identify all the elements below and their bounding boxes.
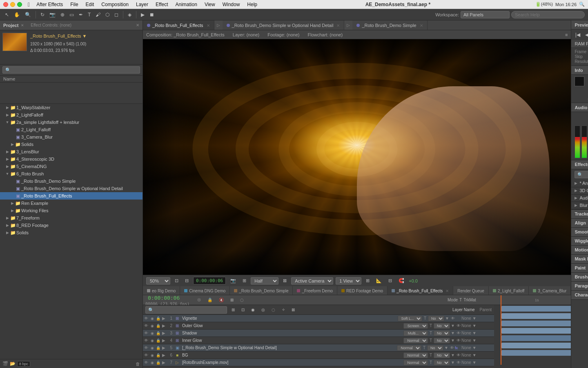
paragraph-section[interactable]: Paragraph ✕ [571,282,588,291]
layer-eye-4[interactable]: 👁 [143,338,149,343]
layer-trkmat-2[interactable]: None [434,323,450,329]
ruler-btn[interactable]: 📐 [374,277,384,284]
zoom-select[interactable]: 50%25%100% [146,277,170,285]
menu-animation[interactable]: Animation [172,1,200,8]
camera-tool[interactable]: 📷 [48,11,57,18]
tl-ctrl-btn-3[interactable]: ◉ [249,307,257,313]
menu-help[interactable]: Help [244,1,261,8]
smoother-section[interactable]: Smoother ✕ [571,228,588,237]
layer-solo-1[interactable]: ◉ [149,316,155,321]
viewer-options-icon[interactable]: ≡ [565,32,568,37]
select-tool[interactable]: ↖ [3,11,11,18]
viewer-layer-label[interactable]: Layer: (none) [233,32,259,37]
mute-btn[interactable]: 🔇 [217,297,226,303]
layer-row-1[interactable]: 👁 ◉ 🔒 ▶ 1 ⊞ Vignette Soft L... T None ▼ … [143,315,494,322]
tree-item-6[interactable]: ▶ 📁 Solids [0,141,143,148]
layer-vis-2[interactable]: 👁 [456,323,461,328]
stamp-tool[interactable]: ⬡ [104,11,111,18]
trash-icon[interactable]: 🗑 [136,361,140,366]
viewer-comp-label[interactable]: Composition: _Roto Brush_Full_Effects [146,32,225,37]
audio-section-header[interactable]: Audio ≡ [571,103,588,112]
timeline-tab-close-5[interactable]: ✕ [445,289,449,293]
layer-mode-3[interactable]: Multi... [403,330,428,336]
layer-eye-1[interactable]: 👁 [143,316,149,321]
timeline-tab-4[interactable]: RED Footage Demo [337,286,388,295]
play-btn[interactable]: ▶ [139,11,146,18]
effect-cat-blur[interactable]: ▶ Blur & Sharpen [571,202,588,209]
layer-lock-6[interactable]: 🔒 [155,353,161,357]
layer-collapse-2[interactable]: ▶ [161,323,167,328]
timeline-tab-5[interactable]: _Roto Brush_Full_Effects ✕ [388,286,453,295]
tree-item-3[interactable]: ▼ 📁 2a_simple Lightfalloff + lensblur [0,119,143,126]
layer-trkmat-1[interactable]: None [428,316,444,321]
hand-tool[interactable]: ✋ [12,11,22,18]
info-section-header[interactable]: Info ≡ [571,66,588,75]
tree-item-4[interactable]: ▣ 2_Light_Falloff [0,126,143,133]
tree-item-10[interactable]: ▼ 📁 6_Roto Brush [0,170,143,177]
effect-cat-audio[interactable]: ▶ Audio [571,195,588,202]
menu-edit[interactable]: Edit [82,1,98,8]
tl-ctrl-btn-6[interactable]: ✧ [280,307,287,313]
workspace-select[interactable]: All Panels [461,11,510,18]
layer-solo-7[interactable]: ◉ [149,361,155,365]
playhead[interactable] [501,295,501,365]
motion-sketch-section[interactable]: Motion Sketch ✕ [571,246,588,255]
zoom-tool[interactable]: 🔍 [23,11,33,18]
tree-item-7[interactable]: ▶ 📁 3_LensBlur [0,148,143,155]
comp-tab-close-3[interactable]: ✕ [420,23,423,28]
viewer-flowchart-label[interactable]: Flowchart: (none) [308,32,343,37]
layer-row-6[interactable]: 👁 ◉ 🔒 ▶ 6 ■ BG Normal T None ▼ 👁 [143,352,494,359]
layer-search-input[interactable] [145,306,227,314]
layer-row-4[interactable]: 👁 ◉ 🔒 ▶ 4 ⊞ Inner Glow Normal T None ▼ 👁 [143,337,494,344]
layer-solo-3[interactable]: ◉ [149,331,155,335]
mask-interpolation-section[interactable]: Mask Interpolation ✕ [571,255,588,264]
layer-collapse-4[interactable]: ▶ [161,338,167,343]
tree-item-9[interactable]: ▶ 📁 5_CinemaDNG [0,163,143,170]
layer-mode-4[interactable]: Normal [403,338,428,343]
tl-ctrl-btn-1[interactable]: ⊞ [229,307,237,313]
layer-eye-3[interactable]: 👁 [143,331,149,335]
layer-lock-7[interactable]: 🔒 [155,361,161,365]
timeline-tab-1[interactable]: Cinema DNG Demo [180,286,230,295]
tree-item-8[interactable]: ▶ 📁 4_Stereoscopic 3D [0,155,143,163]
eraser-tool[interactable]: ◻ [113,11,120,18]
layer-collapse-5[interactable]: ▶ [161,346,167,350]
tl-ctrl-btn-5[interactable]: ◌ [270,307,277,313]
layer-solo-4[interactable]: ◉ [149,339,155,343]
comp-tab-close-1[interactable]: ✕ [207,23,210,28]
solo-btn[interactable]: ☉ [195,297,203,303]
menu-view[interactable]: View [201,1,218,8]
layer-vis-6[interactable]: 👁 [456,353,461,357]
motion-blur-btn[interactable]: ◌ [238,297,246,303]
layer-row-2[interactable]: 👁 ◉ 🔒 ▶ 2 ⊞ Outer Glow Screen T None ▼ 👁 [143,322,494,330]
guide-btn[interactable]: ⊟ [386,277,394,284]
new-comp-icon[interactable]: 🎬 [2,361,8,366]
layer-collapse-7[interactable]: ▶ [161,360,167,365]
preview-section-header[interactable]: Preview ✕ [571,20,588,29]
layer-solo-5[interactable]: ◉ [149,346,155,350]
zoom-button[interactable] [17,2,22,7]
effects-search-input[interactable] [575,171,588,178]
stop-btn[interactable]: ⏹ [148,11,156,18]
tree-item-11[interactable]: ▣ _Roto Brush_Demo Simple [0,177,143,185]
tl-ctrl-btn-2[interactable]: ⊡ [239,307,247,313]
layer-solo-6[interactable]: ◉ [149,353,155,357]
effect-cat-presets[interactable]: ▶ * Animation Presets [571,180,588,187]
tl-ctrl-btn-7[interactable]: ⊠ [290,307,297,313]
prev-back-btn[interactable]: ◀ [584,31,588,38]
brush-tool[interactable]: 🖌 [94,11,102,18]
puppet-tool[interactable]: ◈ [126,11,133,18]
brushes-section[interactable]: Brushes ✕ [571,273,588,282]
layer-collapse-6[interactable]: ▶ [161,353,167,357]
timecode-display[interactable]: 0:00:00:06 [193,277,226,285]
fit-height-btn[interactable]: ⊟ [183,277,191,284]
layer-row-3[interactable]: 👁 ◉ 🔒 ▶ 3 ⊞ Shadow Multi... T None ▼ 👁 [143,330,494,337]
character-section[interactable]: Character ✕ [571,291,588,300]
menu-ae[interactable]: After Effects [33,1,66,8]
effects-section-header[interactable]: Effects & Presets ≡ [571,160,588,169]
project-panel-close[interactable]: ✕ [136,23,139,27]
rotate-tool[interactable]: ↻ [39,11,46,18]
layer-eye-5[interactable]: 👁 [143,346,149,350]
safe-zones-btn[interactable]: ⊞ [241,277,248,284]
paint-section[interactable]: Paint ✕ [571,264,588,273]
